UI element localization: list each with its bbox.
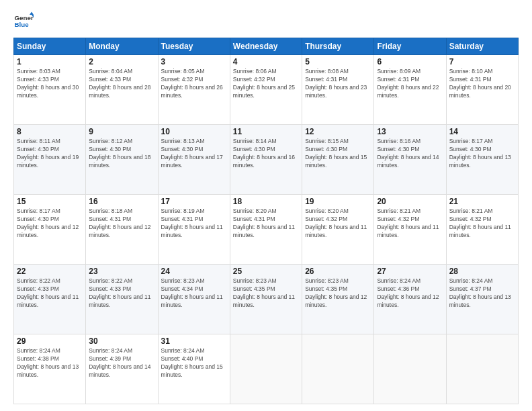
- day-info: Sunrise: 8:06 AMSunset: 4:32 PMDaylight:…: [233, 68, 299, 100]
- calendar-cell: 26Sunrise: 8:23 AMSunset: 4:35 PMDayligh…: [302, 265, 374, 334]
- day-info: Sunrise: 8:05 AMSunset: 4:32 PMDaylight:…: [161, 68, 227, 100]
- day-info: Sunrise: 8:18 AMSunset: 4:31 PMDaylight:…: [89, 208, 154, 240]
- day-info: Sunrise: 8:23 AMSunset: 4:35 PMDaylight:…: [305, 277, 371, 310]
- day-number: 28: [449, 267, 515, 276]
- day-number: 13: [377, 127, 443, 136]
- day-number: 17: [161, 197, 227, 206]
- day-number: 29: [17, 336, 83, 346]
- day-info: Sunrise: 8:20 AMSunset: 4:32 PMDaylight:…: [305, 208, 371, 240]
- calendar-cell: 1Sunrise: 8:03 AMSunset: 4:33 PMDaylight…: [14, 55, 86, 125]
- calendar-cell: 12Sunrise: 8:15 AMSunset: 4:30 PMDayligh…: [302, 125, 374, 195]
- calendar-cell: 15Sunrise: 8:17 AMSunset: 4:30 PMDayligh…: [14, 195, 86, 265]
- calendar-cell: 16Sunrise: 8:18 AMSunset: 4:31 PMDayligh…: [86, 195, 158, 265]
- calendar-cell: 30Sunrise: 8:24 AMSunset: 4:39 PMDayligh…: [86, 334, 158, 404]
- calendar-cell: [230, 334, 302, 404]
- day-info: Sunrise: 8:22 AMSunset: 4:33 PMDaylight:…: [89, 277, 154, 310]
- day-number: 21: [449, 197, 515, 206]
- calendar-cell: 28Sunrise: 8:24 AMSunset: 4:37 PMDayligh…: [446, 265, 518, 334]
- logo: General Blue: [13, 11, 34, 31]
- calendar-cell: 7Sunrise: 8:10 AMSunset: 4:31 PMDaylight…: [446, 55, 518, 125]
- day-info: Sunrise: 8:19 AMSunset: 4:31 PMDaylight:…: [161, 208, 227, 240]
- day-info: Sunrise: 8:17 AMSunset: 4:30 PMDaylight:…: [449, 138, 515, 170]
- day-info: Sunrise: 8:15 AMSunset: 4:30 PMDaylight:…: [305, 138, 371, 170]
- calendar-cell: 24Sunrise: 8:23 AMSunset: 4:34 PMDayligh…: [158, 265, 230, 334]
- weekday-header: Wednesday: [230, 38, 302, 55]
- day-info: Sunrise: 8:24 AMSunset: 4:37 PMDaylight:…: [449, 277, 515, 310]
- calendar-cell: 5Sunrise: 8:08 AMSunset: 4:31 PMDaylight…: [302, 55, 374, 125]
- day-number: 22: [17, 267, 83, 276]
- calendar-cell: 19Sunrise: 8:20 AMSunset: 4:32 PMDayligh…: [302, 195, 374, 265]
- weekday-header: Friday: [374, 38, 446, 55]
- day-number: 12: [305, 127, 371, 136]
- calendar-cell: 21Sunrise: 8:21 AMSunset: 4:32 PMDayligh…: [446, 195, 518, 265]
- day-number: 30: [89, 336, 154, 346]
- day-number: 25: [233, 267, 299, 276]
- day-info: Sunrise: 8:03 AMSunset: 4:33 PMDaylight:…: [17, 68, 83, 100]
- day-number: 6: [377, 57, 443, 66]
- day-number: 2: [89, 57, 154, 66]
- calendar-cell: 20Sunrise: 8:21 AMSunset: 4:32 PMDayligh…: [374, 195, 446, 265]
- day-number: 9: [89, 127, 154, 136]
- weekday-header: Sunday: [14, 38, 86, 55]
- day-info: Sunrise: 8:24 AMSunset: 4:40 PMDaylight:…: [161, 347, 227, 379]
- calendar-cell: 4Sunrise: 8:06 AMSunset: 4:32 PMDaylight…: [230, 55, 302, 125]
- day-info: Sunrise: 8:22 AMSunset: 4:33 PMDaylight:…: [17, 277, 83, 310]
- calendar-cell: 23Sunrise: 8:22 AMSunset: 4:33 PMDayligh…: [86, 265, 158, 334]
- day-number: 31: [161, 336, 227, 346]
- calendar-cell: 22Sunrise: 8:22 AMSunset: 4:33 PMDayligh…: [14, 265, 86, 334]
- day-info: Sunrise: 8:24 AMSunset: 4:38 PMDaylight:…: [17, 347, 83, 379]
- weekday-header: Tuesday: [158, 38, 230, 55]
- calendar-week-row: 22Sunrise: 8:22 AMSunset: 4:33 PMDayligh…: [14, 265, 519, 334]
- calendar-week-row: 15Sunrise: 8:17 AMSunset: 4:30 PMDayligh…: [14, 195, 519, 265]
- day-number: 3: [161, 57, 227, 66]
- calendar-cell: 11Sunrise: 8:14 AMSunset: 4:30 PMDayligh…: [230, 125, 302, 195]
- calendar-cell: [446, 334, 518, 404]
- day-info: Sunrise: 8:24 AMSunset: 4:36 PMDaylight:…: [377, 277, 443, 310]
- calendar-cell: 25Sunrise: 8:23 AMSunset: 4:35 PMDayligh…: [230, 265, 302, 334]
- day-number: 4: [233, 57, 299, 66]
- day-number: 14: [449, 127, 515, 136]
- calendar-cell: 6Sunrise: 8:09 AMSunset: 4:31 PMDaylight…: [374, 55, 446, 125]
- day-info: Sunrise: 8:23 AMSunset: 4:35 PMDaylight:…: [233, 277, 299, 310]
- calendar-week-row: 29Sunrise: 8:24 AMSunset: 4:38 PMDayligh…: [14, 334, 519, 404]
- calendar-cell: 31Sunrise: 8:24 AMSunset: 4:40 PMDayligh…: [158, 334, 230, 404]
- calendar-cell: 18Sunrise: 8:20 AMSunset: 4:31 PMDayligh…: [230, 195, 302, 265]
- calendar-cell: 2Sunrise: 8:04 AMSunset: 4:33 PMDaylight…: [86, 55, 158, 125]
- day-number: 20: [377, 197, 443, 206]
- day-info: Sunrise: 8:09 AMSunset: 4:31 PMDaylight:…: [377, 68, 443, 100]
- day-number: 27: [377, 267, 443, 276]
- day-number: 18: [233, 197, 299, 206]
- svg-text:Blue: Blue: [15, 21, 30, 28]
- svg-marker-2: [30, 12, 34, 15]
- calendar-table: SundayMondayTuesdayWednesdayThursdayFrid…: [13, 38, 519, 404]
- day-number: 19: [305, 197, 371, 206]
- day-number: 26: [305, 267, 371, 276]
- day-info: Sunrise: 8:23 AMSunset: 4:34 PMDaylight:…: [161, 277, 227, 310]
- calendar-week-row: 1Sunrise: 8:03 AMSunset: 4:33 PMDaylight…: [14, 55, 519, 125]
- svg-text:General: General: [15, 14, 34, 21]
- calendar-cell: 10Sunrise: 8:13 AMSunset: 4:30 PMDayligh…: [158, 125, 230, 195]
- calendar-cell: [374, 334, 446, 404]
- calendar-cell: 27Sunrise: 8:24 AMSunset: 4:36 PMDayligh…: [374, 265, 446, 334]
- day-number: 8: [17, 127, 83, 136]
- page: General Blue SundayMondayTuesdayWednesda…: [0, 0, 532, 411]
- day-number: 7: [449, 57, 515, 66]
- calendar-header-row: SundayMondayTuesdayWednesdayThursdayFrid…: [14, 38, 519, 55]
- calendar-cell: 3Sunrise: 8:05 AMSunset: 4:32 PMDaylight…: [158, 55, 230, 125]
- day-number: 23: [89, 267, 154, 276]
- day-number: 24: [161, 267, 227, 276]
- calendar-cell: 29Sunrise: 8:24 AMSunset: 4:38 PMDayligh…: [14, 334, 86, 404]
- day-info: Sunrise: 8:13 AMSunset: 4:30 PMDaylight:…: [161, 138, 227, 170]
- day-info: Sunrise: 8:14 AMSunset: 4:30 PMDaylight:…: [233, 138, 299, 170]
- logo-icon: General Blue: [13, 11, 34, 31]
- day-number: 11: [233, 127, 299, 136]
- day-info: Sunrise: 8:08 AMSunset: 4:31 PMDaylight:…: [305, 68, 371, 100]
- day-info: Sunrise: 8:21 AMSunset: 4:32 PMDaylight:…: [377, 208, 443, 240]
- day-info: Sunrise: 8:04 AMSunset: 4:33 PMDaylight:…: [89, 68, 154, 100]
- day-number: 16: [89, 197, 154, 206]
- day-number: 5: [305, 57, 371, 66]
- day-info: Sunrise: 8:21 AMSunset: 4:32 PMDaylight:…: [449, 208, 515, 240]
- weekday-header: Saturday: [446, 38, 518, 55]
- day-info: Sunrise: 8:17 AMSunset: 4:30 PMDaylight:…: [17, 208, 83, 240]
- day-number: 10: [161, 127, 227, 136]
